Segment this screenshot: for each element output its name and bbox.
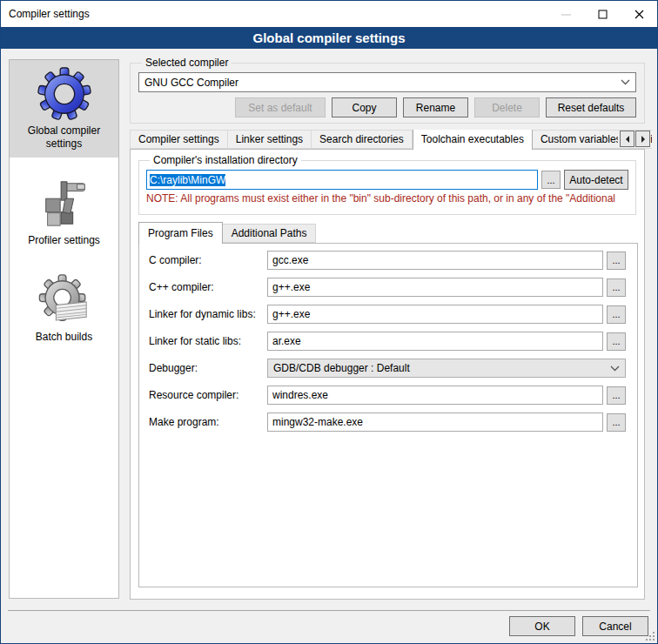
debugger-select[interactable]: GDB/CDB debugger : Default bbox=[267, 359, 626, 378]
subtab-program-files[interactable]: Program Files bbox=[138, 222, 223, 244]
sidebar-spacer bbox=[10, 254, 118, 266]
resource-compiler-input[interactable] bbox=[267, 386, 603, 405]
dynamic-linker-browse-button[interactable]: ... bbox=[607, 305, 626, 324]
sidebar-spacer bbox=[10, 158, 118, 170]
sidebar-item-global-compiler-settings[interactable]: Global compiler settings bbox=[10, 60, 118, 158]
window-title: Compiler settings bbox=[1, 8, 90, 20]
static-linker-input[interactable] bbox=[267, 332, 603, 351]
resource-compiler-label: Resource compiler: bbox=[149, 389, 267, 401]
copy-button[interactable]: Copy bbox=[332, 97, 397, 117]
window-controls bbox=[547, 1, 657, 27]
tab-linker-settings[interactable]: Linker settings bbox=[228, 130, 312, 149]
set-as-default-button: Set as default bbox=[235, 97, 326, 117]
field-row-make-program: Make program: ... bbox=[149, 413, 626, 432]
page-title: Global compiler settings bbox=[1, 27, 657, 49]
installation-directory-input[interactable]: C:\raylib\MinGW bbox=[146, 170, 538, 190]
chevron-down-icon bbox=[610, 366, 620, 372]
auto-detect-button[interactable]: Auto-detect bbox=[564, 170, 628, 190]
make-program-label: Make program: bbox=[149, 416, 267, 428]
tab-search-directories[interactable]: Search directories bbox=[312, 130, 413, 149]
installation-directory-browse-button[interactable]: ... bbox=[541, 171, 561, 189]
sidebar-item-profiler-settings[interactable]: Profiler settings bbox=[10, 170, 118, 254]
close-button[interactable] bbox=[621, 1, 657, 27]
field-row-static-linker: Linker for static libs: ... bbox=[149, 332, 626, 351]
caliper-tool-icon bbox=[37, 177, 91, 231]
subtab-additional-paths[interactable]: Additional Paths bbox=[223, 224, 317, 243]
cpp-compiler-browse-button[interactable]: ... bbox=[607, 278, 626, 297]
toolchain-executables-page: Compiler's installation directory C:\ray… bbox=[130, 149, 645, 600]
compiler-select[interactable]: GNU GCC Compiler bbox=[138, 72, 636, 92]
compiler-settings-window: Compiler settings Global compiler settin… bbox=[0, 0, 658, 644]
tab-scroll-left-button[interactable] bbox=[620, 131, 634, 147]
arrow-left-icon bbox=[625, 136, 630, 143]
titlebar: Compiler settings bbox=[1, 1, 657, 27]
installation-directory-value: C:\raylib\MinGW bbox=[150, 174, 225, 186]
c-compiler-label: C compiler: bbox=[149, 254, 267, 266]
cancel-button[interactable]: Cancel bbox=[582, 616, 648, 636]
installation-note: NOTE: All programs must exist either in … bbox=[146, 192, 628, 205]
sidebar-item-label: Batch builds bbox=[13, 331, 115, 344]
field-row-resource-compiler: Resource compiler: ... bbox=[149, 386, 626, 405]
field-row-c-compiler: C compiler: ... bbox=[149, 251, 626, 270]
dynamic-linker-input[interactable] bbox=[267, 305, 603, 324]
debugger-label: Debugger: bbox=[149, 362, 267, 374]
static-linker-browse-button[interactable]: ... bbox=[607, 332, 626, 351]
installation-directory-row: C:\raylib\MinGW ... Auto-detect bbox=[146, 170, 628, 190]
field-row-debugger: Debugger: GDB/CDB debugger : Default bbox=[149, 359, 626, 378]
static-linker-label: Linker for static libs: bbox=[149, 335, 267, 347]
delete-button: Delete bbox=[474, 97, 540, 117]
sidebar-item-label: Global compiler settings bbox=[13, 124, 115, 151]
dynamic-linker-label: Linker for dynamic libs: bbox=[149, 308, 267, 320]
ok-button[interactable]: OK bbox=[509, 616, 575, 636]
resize-grip-icon[interactable] bbox=[646, 632, 655, 641]
c-compiler-browse-button[interactable]: ... bbox=[607, 252, 626, 270]
tab-scrollers bbox=[618, 131, 650, 147]
compiler-select-value: GNU GCC Compiler bbox=[144, 77, 621, 89]
tab-custom-variables[interactable]: Custom variables bbox=[533, 130, 630, 149]
reset-defaults-button[interactable]: Reset defaults bbox=[546, 97, 636, 117]
c-compiler-input[interactable] bbox=[267, 251, 603, 270]
maximize-button[interactable] bbox=[584, 1, 621, 27]
resource-compiler-browse-button[interactable]: ... bbox=[607, 386, 626, 405]
compiler-buttons-row: Set as default Copy Rename Delete Reset … bbox=[138, 97, 636, 117]
program-files-page: C compiler: ... C++ compiler: ... Linker… bbox=[138, 243, 638, 587]
close-icon bbox=[634, 10, 644, 19]
field-row-dynamic-linker: Linker for dynamic libs: ... bbox=[149, 305, 626, 324]
selected-compiler-legend: Selected compiler bbox=[142, 57, 232, 69]
arrow-right-icon bbox=[641, 136, 646, 143]
installation-directory-group: Compiler's installation directory C:\ray… bbox=[138, 154, 636, 215]
tab-toolchain-executables[interactable]: Toolchain executables bbox=[413, 130, 533, 150]
selected-compiler-group: Selected compiler GNU GCC Compiler Set a… bbox=[130, 57, 645, 124]
chevron-down-icon bbox=[621, 79, 630, 85]
tab-compiler-settings[interactable]: Compiler settings bbox=[130, 130, 228, 149]
blue-gear-icon bbox=[37, 67, 91, 121]
settings-tabstrip: Compiler settings Linker settings Search… bbox=[130, 130, 652, 150]
make-program-browse-button[interactable]: ... bbox=[607, 413, 626, 432]
footer-separator bbox=[8, 610, 650, 611]
settings-category-list: Global compiler settings Profiler settin… bbox=[9, 59, 119, 599]
sidebar-item-label: Profiler settings bbox=[13, 234, 115, 247]
field-row-cpp-compiler: C++ compiler: ... bbox=[149, 278, 626, 297]
cpp-compiler-label: C++ compiler: bbox=[149, 281, 267, 293]
rename-button[interactable]: Rename bbox=[403, 97, 468, 117]
minimize-icon bbox=[561, 10, 571, 19]
gray-gear-stack-icon bbox=[37, 273, 91, 327]
minimize-button bbox=[547, 1, 584, 27]
maximize-icon bbox=[598, 10, 608, 19]
cpp-compiler-input[interactable] bbox=[267, 278, 603, 297]
make-program-input[interactable] bbox=[267, 413, 603, 432]
installation-directory-legend: Compiler's installation directory bbox=[150, 154, 301, 166]
sidebar-item-batch-builds[interactable]: Batch builds bbox=[10, 266, 118, 351]
tab-scroll-right-button[interactable] bbox=[635, 131, 650, 147]
debugger-select-value: GDB/CDB debugger : Default bbox=[273, 362, 610, 374]
toolchain-subtabstrip: Program Files Additional Paths bbox=[138, 224, 316, 244]
